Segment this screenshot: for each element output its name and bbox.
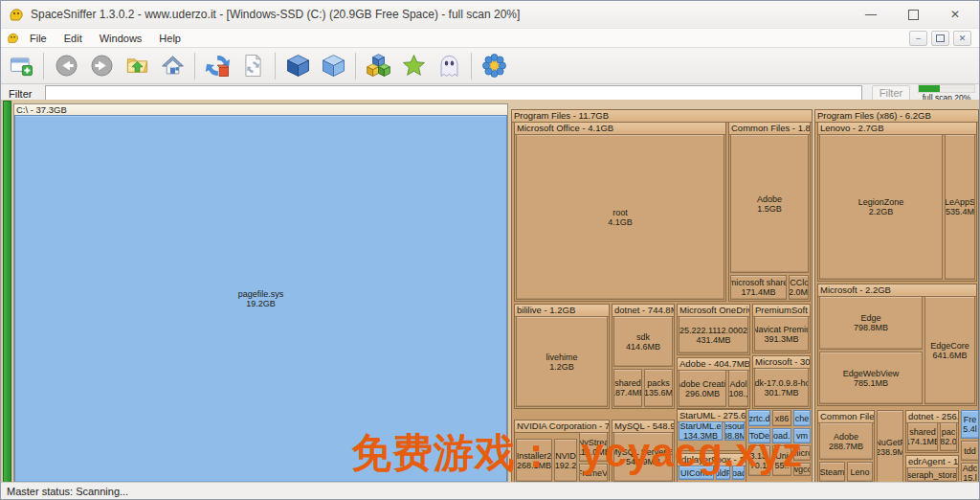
filter-star-icon	[401, 53, 427, 79]
block-wgco[interactable]: wgco	[793, 463, 811, 476]
block-leno[interactable]: Leno	[847, 462, 873, 482]
rescan-button[interactable]	[201, 51, 234, 81]
maximize-button[interactable]	[906, 8, 920, 21]
less-detail-icon	[285, 53, 311, 79]
block-name-label: shared	[614, 378, 641, 388]
block-installer2[interactable]: Installer2268.1MB	[516, 439, 552, 482]
block-3-13-70[interactable]: 3.13.70.1l	[748, 445, 770, 476]
block-name-label: NuGetF	[877, 438, 903, 447]
block-name-label: Adobe Creativ	[679, 379, 726, 389]
more-detail-button[interactable]	[317, 51, 349, 81]
block-packs[interactable]: packs135.6M	[644, 369, 673, 407]
block-steam[interactable]: Steam	[819, 462, 845, 482]
block-pagefile-sys[interactable]: pagefile.sys19.2GB	[14, 115, 507, 483]
app-icon-small	[7, 32, 19, 44]
menu-windows[interactable]: Windows	[91, 33, 151, 44]
block-name-label: root	[612, 208, 628, 217]
block-legionzone[interactable]: LegionZone2.2GB	[819, 134, 943, 280]
refresh-view-button[interactable]	[236, 51, 269, 81]
home-button[interactable]	[156, 51, 189, 81]
block-navicat-premium[interactable]: Navicat Premiu391.3MB	[754, 316, 809, 352]
mdi-close-button[interactable]: ✕	[953, 31, 971, 46]
block-microsoft-share[interactable]: microsoft share171.4MB	[730, 275, 787, 300]
block-leapps[interactable]: LeAppS535.4M	[945, 134, 975, 280]
block-edgecore[interactable]: EdgeCore641.6MB	[924, 296, 975, 404]
block-adol[interactable]: Adol108.,	[728, 370, 748, 407]
block-seraph-storage[interactable]: seraph_stora	[907, 467, 957, 482]
block-name-label: EdgeCore	[930, 341, 969, 351]
block-load-1[interactable]: load	[732, 466, 745, 480]
block-jdk[interactable]: jdk-17.0.9.8-ho301.7MB	[754, 368, 809, 407]
close-button[interactable]: ✕	[948, 8, 962, 21]
block-name-label: Adobe	[757, 194, 782, 204]
block-edgewebview[interactable]: EdgeWebView785.1MB	[819, 352, 923, 404]
block-onedrive-version[interactable]: 25.222.1112.0002431.4MB	[679, 316, 748, 353]
block-che[interactable]: che	[793, 410, 811, 426]
block-name-label: jdk-17.0.9.8-ho	[754, 378, 809, 388]
block-load-2[interactable]: load.,	[772, 428, 791, 443]
block-name-label: Edge	[860, 313, 880, 323]
block-fre[interactable]: Fre5.4l	[961, 410, 979, 439]
block-vm[interactable]: vm	[793, 428, 811, 443]
block-size-label: 82.0MB	[789, 287, 809, 297]
block-livehime[interactable]: livehime1.2GB	[516, 316, 608, 407]
less-detail-button[interactable]	[281, 51, 314, 81]
block-framevi[interactable]: FrameVi	[579, 464, 608, 482]
block-adc[interactable]: Adc15.l	[961, 463, 979, 484]
block-tdd[interactable]: tdd	[961, 441, 979, 461]
mdi-minimize-button[interactable]: –	[909, 31, 927, 46]
block-nugetf[interactable]: NuGetF238.9M	[877, 410, 903, 484]
block-name-label: Uni	[775, 451, 789, 461]
block-mysql-server[interactable]: MySQL Server 8.548.9MB	[613, 432, 673, 482]
block-x86[interactable]: x86	[772, 410, 791, 426]
block-size-label: 785.1MB	[854, 378, 888, 388]
ghost-button[interactable]	[433, 51, 465, 81]
minimize-button[interactable]: —	[864, 8, 878, 21]
block-bldf[interactable]: bldF	[716, 466, 730, 480]
block-name-label: Installer2	[517, 451, 552, 461]
block-sdk[interactable]: sdk414.6MB	[613, 316, 673, 367]
menu-help[interactable]: Help	[150, 33, 189, 44]
restore-icon	[936, 34, 945, 42]
up-folder-button[interactable]	[121, 51, 153, 81]
block-shared-174[interactable]: shared174.1MB	[907, 422, 938, 451]
block-adobe-creative[interactable]: Adobe Creativ296.0MB	[679, 370, 726, 407]
block-name-label: NVID	[555, 451, 576, 461]
configuration-button[interactable]	[478, 51, 510, 81]
block-name-label: load.,	[772, 431, 791, 441]
block-nvid[interactable]: NVID192.2	[554, 439, 577, 482]
menu-file[interactable]: File	[21, 33, 56, 44]
block-nvstrea[interactable]: NvStrea113.0MB	[579, 432, 608, 462]
block-resourc[interactable]: resourc88.8M	[724, 421, 745, 441]
block-size-label: 88.8M	[724, 431, 745, 441]
block-size-label: 1.5GB	[757, 204, 782, 214]
block-tode[interactable]: ToDe	[748, 428, 770, 443]
back-button[interactable]	[50, 51, 82, 81]
block-name-label: Leno	[850, 467, 869, 477]
block-shared-187[interactable]: shared187.4MB	[613, 369, 642, 407]
file-classes-button[interactable]	[362, 51, 394, 81]
filter-label: Filter	[9, 88, 39, 100]
block-name-label: UIComn	[680, 468, 712, 478]
block-uni[interactable]: Uni55.:	[772, 445, 791, 476]
block-root[interactable]: root4.1GB	[516, 134, 724, 300]
new-view-button[interactable]	[5, 51, 37, 81]
block-name-label: NvStrea	[579, 438, 608, 447]
block-adobe-1-5gb[interactable]: Adobe1.5GB	[730, 134, 809, 273]
up-folder-icon	[124, 53, 150, 79]
maximize-icon	[908, 10, 919, 20]
block-edge[interactable]: Edge798.8MB	[819, 296, 923, 350]
menu-edit[interactable]: Edit	[56, 33, 91, 44]
block-micro[interactable]: Micro	[793, 445, 811, 461]
block-ucclou[interactable]: UCClou82.0MB	[789, 275, 809, 300]
mdi-restore-button[interactable]	[931, 31, 949, 46]
block-pac[interactable]: pac82.0	[940, 422, 957, 451]
block-zrtc-d[interactable]: zrtc.d	[748, 410, 770, 426]
block-size-label: 391.3MB	[764, 334, 798, 344]
filter-star-button[interactable]	[397, 51, 430, 81]
block-uicomn[interactable]: UIComn	[679, 466, 714, 480]
forward-button[interactable]	[85, 51, 118, 81]
block-staruml-e[interactable]: StarUML.e134.3MB	[679, 421, 723, 441]
block-name-label: 25.222.1112.0002	[679, 326, 747, 335]
block-adobe-288[interactable]: Adobe288.7MB	[819, 422, 873, 460]
